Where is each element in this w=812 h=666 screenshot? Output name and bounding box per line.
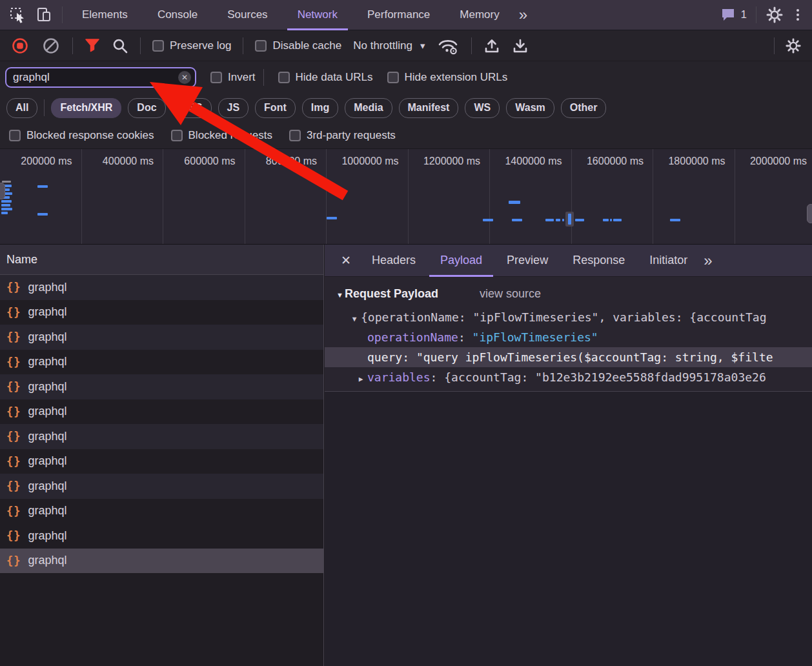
request-row[interactable]: {}graphql — [0, 350, 323, 375]
divider — [471, 37, 472, 54]
timeline-tick: 400000 ms — [82, 149, 164, 244]
request-row[interactable]: {}graphql — [0, 523, 323, 549]
chip-media[interactable]: Media — [345, 98, 392, 118]
timeline-tick: 1800000 ms — [653, 149, 735, 244]
request-type-chips: All Fetch/XHR Doc CSS JS Font Img Media … — [0, 93, 812, 123]
divider — [72, 37, 73, 54]
chip-ws[interactable]: WS — [465, 98, 500, 118]
checkbox[interactable] — [210, 72, 222, 83]
fetch-xhr-icon: {} — [6, 479, 21, 492]
chip-other[interactable]: Other — [561, 98, 607, 118]
payload-query-row[interactable]: query: "query ipFlowTimeseries($accountT… — [325, 347, 812, 367]
hide-extension-urls-checkbox[interactable]: Hide extension URLs — [387, 71, 508, 84]
export-har-icon[interactable] — [512, 37, 529, 54]
fetch-xhr-icon: {} — [6, 405, 21, 418]
filter-row: graphql ✕ Invert Hide data URLs Hide ext… — [0, 61, 812, 93]
chip-img[interactable]: Img — [302, 98, 338, 118]
tab-console[interactable]: Console — [147, 0, 208, 30]
section-expanded-icon[interactable]: ▼ — [336, 291, 343, 299]
more-tabs-icon[interactable]: » — [519, 7, 527, 23]
timeline-tick: 800000 ms — [245, 149, 327, 244]
payload-variables-row[interactable]: ▶variables: {accountTag: "b12e3b2192ee55… — [325, 367, 812, 387]
network-settings-gear-icon[interactable] — [785, 37, 802, 54]
close-details-icon[interactable]: ✕ — [334, 245, 358, 277]
request-row[interactable]: {}graphql — [0, 275, 323, 300]
tab-response[interactable]: Response — [562, 245, 636, 277]
checkbox[interactable] — [9, 130, 21, 141]
checkbox[interactable] — [152, 40, 164, 52]
fetch-xhr-icon: {} — [6, 430, 21, 443]
request-row[interactable]: {}graphql — [0, 325, 323, 350]
fetch-xhr-icon: {} — [6, 505, 21, 518]
filter-funnel-icon[interactable] — [85, 39, 100, 53]
chip-fetch-xhr[interactable]: Fetch/XHR — [51, 98, 121, 118]
filter-input[interactable]: graphql ✕ — [5, 67, 196, 88]
request-payload-section: ▼ Request Payload view source ▼{operatio… — [325, 277, 812, 392]
chip-doc[interactable]: Doc — [128, 98, 165, 118]
timeline-tick: 2000000 ms — [735, 149, 812, 244]
collapsed-icon[interactable]: ▶ — [354, 369, 367, 387]
fetch-xhr-icon: {} — [6, 281, 21, 294]
network-conditions-icon[interactable] — [436, 36, 460, 56]
settings-gear-icon[interactable] — [766, 6, 784, 24]
tab-initiator[interactable]: Initiator — [638, 245, 698, 277]
clear-filter-icon[interactable]: ✕ — [178, 71, 191, 84]
checkbox[interactable] — [387, 72, 399, 83]
request-row[interactable]: {}graphql — [0, 300, 323, 325]
hide-data-urls-checkbox[interactable]: Hide data URLs — [278, 71, 373, 84]
menu-dots-icon[interactable] — [793, 9, 803, 21]
search-icon[interactable] — [112, 37, 128, 54]
request-row[interactable]: {}graphql — [0, 399, 323, 425]
view-source-link[interactable]: view source — [480, 287, 541, 301]
checkbox[interactable] — [171, 130, 183, 141]
checkbox[interactable] — [278, 72, 290, 83]
request-row[interactable]: {}graphql — [0, 449, 323, 474]
chip-css[interactable]: CSS — [172, 98, 212, 118]
chip-js[interactable]: JS — [218, 98, 249, 118]
tab-preview[interactable]: Preview — [496, 245, 559, 277]
tab-headers[interactable]: Headers — [361, 245, 427, 277]
details-tabbar: ✕ Headers Payload Preview Response Initi… — [325, 245, 812, 277]
invert-checkbox[interactable]: Invert — [210, 71, 256, 84]
tab-elements[interactable]: Elements — [72, 0, 138, 30]
blocked-response-cookies-checkbox[interactable]: Blocked response cookies — [9, 129, 154, 142]
chip-font[interactable]: Font — [255, 98, 296, 118]
preserve-log-checkbox[interactable]: Preserve log — [152, 39, 231, 52]
chip-manifest[interactable]: Manifest — [399, 98, 459, 118]
tab-performance[interactable]: Performance — [357, 0, 440, 30]
checkbox[interactable] — [289, 130, 301, 141]
network-overview-timeline[interactable]: 200000 ms 400000 ms 600000 ms 800000 ms … — [0, 149, 812, 245]
tab-sources[interactable]: Sources — [217, 0, 278, 30]
disable-cache-checkbox[interactable]: Disable cache — [255, 39, 341, 52]
payload-operation-name-row[interactable]: operationName: "ipFlowTimeseries" — [325, 327, 812, 347]
section-title: Request Payload — [345, 287, 438, 301]
checkbox[interactable] — [255, 40, 267, 52]
chip-wasm[interactable]: Wasm — [506, 98, 554, 118]
request-row[interactable]: {}graphql — [0, 424, 323, 449]
third-party-requests-checkbox[interactable]: 3rd-party requests — [289, 129, 396, 142]
device-toolbar-icon[interactable] — [35, 6, 53, 23]
record-network-log-icon[interactable] — [10, 36, 30, 56]
expanded-icon[interactable]: ▼ — [348, 309, 361, 327]
fetch-xhr-icon: {} — [6, 356, 21, 368]
blocked-requests-checkbox[interactable]: Blocked requests — [171, 129, 272, 142]
tab-memory[interactable]: Memory — [449, 0, 509, 30]
request-details-panel: ✕ Headers Payload Preview Response Initi… — [325, 245, 812, 666]
fetch-xhr-icon: {} — [6, 330, 21, 343]
name-column-header[interactable]: Name — [0, 245, 323, 275]
tab-payload[interactable]: Payload — [429, 245, 493, 277]
timeline-tick: 1600000 ms — [572, 149, 654, 244]
issues-message-icon[interactable] — [720, 8, 736, 22]
tab-network[interactable]: Network — [287, 0, 348, 30]
more-details-tabs-icon[interactable]: » — [704, 253, 712, 268]
import-har-icon[interactable] — [483, 37, 500, 54]
request-row[interactable]: {}graphql — [0, 374, 323, 399]
chip-all[interactable]: All — [6, 98, 37, 118]
request-row[interactable]: {}graphql — [0, 474, 323, 499]
request-row-selected[interactable]: {}graphql — [0, 549, 323, 574]
clear-network-log-icon[interactable] — [41, 36, 61, 56]
request-row[interactable]: {}graphql — [0, 499, 323, 524]
payload-summary-row[interactable]: ▼{operationName: "ipFlowTimeseries", var… — [325, 307, 812, 327]
throttling-select[interactable]: No throttling ▾ — [353, 39, 425, 52]
inspect-element-icon[interactable] — [9, 6, 26, 23]
